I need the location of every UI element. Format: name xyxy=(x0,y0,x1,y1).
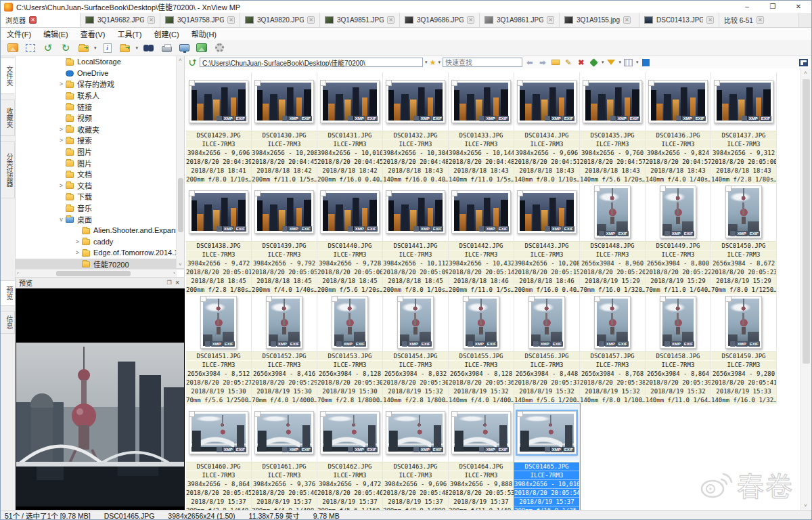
file-cell[interactable]: XMP EXIF DSC01442.JPG ILCE-7RM3 3984x265… xyxy=(449,183,514,293)
export-folder-icon[interactable] xyxy=(118,41,132,55)
thumbnail-checkbox[interactable] xyxy=(320,190,326,196)
file-cell[interactable]: XMP EXIF DSC01437.JPG ILCE-7RM3 3984x265… xyxy=(711,72,777,183)
quick-find-input[interactable] xyxy=(443,58,522,67)
tab-close-icon[interactable]: ✕ xyxy=(227,16,235,24)
file-cell[interactable]: XMP EXIF DSC01456.JPG ILCE-7RM3 2656x398… xyxy=(514,293,580,404)
back-icon[interactable]: ⬅ xyxy=(524,58,535,68)
tree-item[interactable]: v 桌面 xyxy=(16,213,184,225)
file-cell[interactable]: XMP EXIF DSC01450.JPG ILCE-7RM3 2656x398… xyxy=(711,183,777,293)
maximize-button[interactable]: ❐ xyxy=(760,1,786,13)
file-cell[interactable]: XMP EXIF DSC01435.JPG ILCE-7RM3 3984x265… xyxy=(580,72,646,183)
forward-icon[interactable]: ➡ xyxy=(537,58,548,68)
thumbnail-checkbox[interactable] xyxy=(266,296,272,302)
tree-item[interactable]: 佳能70200 xyxy=(16,259,184,270)
tree-item[interactable]: 下载 xyxy=(16,191,184,202)
tree-item[interactable]: 图片 xyxy=(16,146,184,158)
thumbnail-checkbox[interactable] xyxy=(254,190,261,196)
favorites-star-icon[interactable]: ★ xyxy=(430,58,436,67)
thumbnail-checkbox[interactable] xyxy=(332,296,338,302)
thumbnail-checkbox[interactable] xyxy=(594,186,600,192)
tab-close-icon[interactable]: ✕ xyxy=(29,16,37,24)
search-icon[interactable] xyxy=(142,41,156,55)
file-cell[interactable]: XMP EXIF DSC01433.JPG ILCE-7RM3 3984x265… xyxy=(449,72,514,183)
thumbnail-checkbox[interactable] xyxy=(386,190,392,196)
float-panel-icon[interactable]: ❐ xyxy=(165,279,173,287)
browse-folder-icon[interactable] xyxy=(76,41,90,55)
thumbnail-checkbox[interactable] xyxy=(189,411,195,417)
thumbnail-checkbox[interactable] xyxy=(320,411,326,417)
menu-item[interactable]: 查看(V) xyxy=(74,28,112,39)
thumbnail-checkbox[interactable] xyxy=(463,296,469,302)
document-tab[interactable]: 3Q1A9861.JPG ✕ xyxy=(480,13,560,27)
tree-horizontal-scrollbar[interactable]: ‹ › xyxy=(16,269,177,277)
file-cell[interactable]: XMP EXIF DSC01464.JPG ILCE-7RM3 3984x265… xyxy=(449,404,514,510)
tree-item[interactable]: 视频 xyxy=(16,112,184,124)
tab-close-icon[interactable]: ✕ xyxy=(757,16,764,24)
menu-item[interactable]: 编辑(E) xyxy=(37,28,74,39)
file-cell[interactable]: XMP EXIF DSC01439.JPG ILCE-7RM3 3984x265… xyxy=(252,183,317,293)
browse-folder-caret-icon[interactable]: ▾ xyxy=(94,45,97,51)
thumbnail-checkbox[interactable] xyxy=(517,411,523,417)
file-cell[interactable]: XMP EXIF DSC01462.JPG ILCE-7RM3 3984x265… xyxy=(317,404,383,510)
convert-icon[interactable] xyxy=(195,41,208,55)
tab-close-icon[interactable]: ✕ xyxy=(706,16,714,24)
file-cell[interactable]: XMP EXIF DSC01453.JPG ILCE-7RM3 2656x398… xyxy=(317,293,383,404)
file-cell[interactable]: XMP EXIF DSC01463.JPG ILCE-7RM3 3984x265… xyxy=(383,404,449,510)
document-tab[interactable]: 3Q1A9820.JPG ✕ xyxy=(240,13,320,27)
tree-expander-icon[interactable]: > xyxy=(74,238,81,245)
file-cell[interactable]: XMP EXIF DSC01449.JPG ILCE-7RM3 2656x398… xyxy=(646,183,711,293)
menu-item[interactable]: 帮助(H) xyxy=(185,28,223,39)
file-cell[interactable]: XMP EXIF DSC01440.JPG ILCE-7RM3 3984x265… xyxy=(317,183,383,293)
rotate-left-icon[interactable]: ↺ xyxy=(41,41,55,55)
tab-close-icon[interactable]: ✕ xyxy=(547,16,554,24)
settings-gear-icon[interactable] xyxy=(212,41,226,55)
file-cell[interactable]: XMP EXIF DSC01443.JPG ILCE-7RM3 3984x265… xyxy=(514,183,580,293)
export-caret-icon[interactable]: ▾ xyxy=(136,45,139,51)
file-cell[interactable]: XMP EXIF DSC01431.JPG ILCE-7RM3 3984x265… xyxy=(317,72,383,183)
minimize-button[interactable]: – xyxy=(734,1,760,13)
file-cell[interactable]: XMP EXIF DSC01441.JPG ILCE-7RM3 3984x265… xyxy=(383,183,449,293)
tree-expander-icon[interactable]: > xyxy=(74,249,81,256)
document-tab[interactable]: 3Q1A9155.jpg ✕ xyxy=(560,13,639,27)
thumbnail-checkbox[interactable] xyxy=(451,80,457,86)
thumbnail-checkbox[interactable] xyxy=(254,80,261,86)
tab-preview[interactable]: 预览 xyxy=(1,280,15,306)
thumbnail-size-icon[interactable] xyxy=(640,58,651,68)
favorites-caret-icon[interactable]: ▾ xyxy=(438,60,441,65)
thumbnail-checkbox[interactable] xyxy=(320,80,326,86)
file-cell[interactable]: XMP EXIF DSC01465.JPG ILCE-7RM3 3984x265… xyxy=(514,404,580,510)
document-tab[interactable]: 3Q1A9686.JPG ✕ xyxy=(400,13,480,27)
fullscreen-icon[interactable] xyxy=(177,41,191,55)
tree-vertical-scrollbar[interactable]: ˄ ˅ xyxy=(176,56,184,268)
path-input[interactable] xyxy=(200,58,423,67)
document-tab[interactable]: 3Q1A9682.JPG ✕ xyxy=(81,13,160,27)
view-mode-icon[interactable] xyxy=(623,58,634,68)
preview-pane[interactable] xyxy=(16,288,185,510)
file-cell[interactable]: XMP EXIF DSC01458.JPG ILCE-7RM3 2656x398… xyxy=(646,293,711,404)
rotate-right-icon[interactable]: ↻ xyxy=(59,41,72,55)
thumbnail-checkbox[interactable] xyxy=(397,296,403,302)
thumbnail-checkbox[interactable] xyxy=(386,80,392,86)
thumbnail-checkbox[interactable] xyxy=(660,186,666,192)
document-tab[interactable]: 3Q1A9851.JPG ✕ xyxy=(320,13,400,27)
grid-vertical-scrollbar[interactable]: ˄ ˅ xyxy=(800,68,811,510)
thumbnail-checkbox[interactable] xyxy=(714,80,720,86)
new-folder-icon[interactable] xyxy=(550,58,561,68)
thumbnail-checkbox[interactable] xyxy=(583,80,589,86)
thumbnail-checkbox[interactable] xyxy=(517,190,523,196)
tree-item[interactable]: OneDrive xyxy=(16,68,184,79)
tree-item[interactable]: 联系人 xyxy=(16,90,184,102)
document-tab[interactable]: 浏览器 ✕ xyxy=(1,13,81,27)
tree-item[interactable]: > 文档 xyxy=(16,180,184,192)
tree-expander-icon[interactable]: > xyxy=(58,126,65,133)
file-cell[interactable]: XMP EXIF DSC01434.JPG ILCE-7RM3 3984x265… xyxy=(514,72,580,183)
file-cell[interactable]: XMP EXIF DSC01451.JPG ILCE-7RM3 2656x398… xyxy=(186,293,252,404)
tree-item[interactable]: LocalStorage xyxy=(16,56,184,68)
thumbnail-checkbox[interactable] xyxy=(200,296,206,302)
file-cell[interactable]: XMP EXIF DSC01430.JPG ILCE-7RM3 3984x265… xyxy=(252,72,317,183)
filter-caret-icon[interactable]: ▾ xyxy=(618,60,621,65)
tag-caret-icon[interactable]: ▾ xyxy=(602,60,604,65)
file-cell[interactable]: XMP EXIF DSC01432.JPG ILCE-7RM3 3984x265… xyxy=(383,72,449,183)
menu-item[interactable]: 文件(F) xyxy=(1,28,37,39)
up-folder-icon[interactable]: ⮍ xyxy=(187,58,198,67)
